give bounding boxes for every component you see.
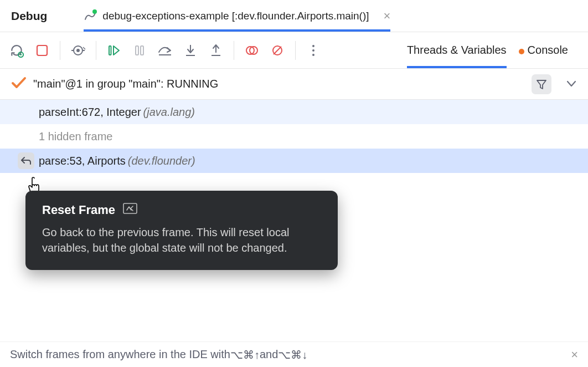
hidden-frames-row[interactable]: 1 hidden frame [0, 124, 588, 149]
hint-text-mid: and [260, 348, 278, 361]
tooltip-title: Reset Frame [42, 203, 115, 217]
filter-button[interactable] [532, 74, 551, 94]
more-actions-button[interactable] [306, 43, 321, 58]
svg-rect-3 [37, 45, 47, 55]
tab-console[interactable]: Console [519, 32, 568, 68]
reset-frame-button[interactable] [18, 152, 34, 169]
thread-label[interactable]: "main"@1 in group "main": RUNNING [33, 78, 218, 90]
reset-frame-action-icon [123, 203, 137, 217]
thread-selector-row: "main"@1 in group "main": RUNNING [0, 69, 588, 100]
tab-threads-label: Threads & Variables [407, 44, 507, 57]
show-execution-point-icon[interactable] [70, 43, 86, 58]
view-breakpoints-button[interactable] [244, 43, 260, 58]
run-config-icon [84, 9, 97, 23]
tab-console-label: Console [528, 44, 568, 57]
debug-toolbar: Threads & Variables Console [0, 32, 588, 69]
hint-shortcut-down: ⌥⌘↓ [278, 348, 307, 361]
debug-title: Debug [11, 9, 47, 23]
hint-shortcut-up: ⌥⌘↑ [230, 348, 260, 361]
tooltip-body: Go back to the previous frame. This will… [42, 225, 321, 256]
tab-threads-variables[interactable]: Threads & Variables [407, 32, 507, 68]
svg-point-19 [312, 45, 314, 47]
stop-button[interactable] [34, 43, 50, 58]
frame-package: (java.lang) [143, 106, 195, 119]
svg-line-18 [274, 47, 281, 54]
frame-method: parse:53, Airports [39, 155, 126, 167]
svg-rect-7 [109, 46, 111, 55]
frame-method: parseInt:672, Integer [39, 106, 141, 119]
svg-rect-9 [141, 46, 143, 55]
expand-thread-icon[interactable] [566, 78, 577, 90]
close-tab-icon[interactable]: × [384, 9, 391, 23]
svg-point-21 [312, 54, 314, 56]
svg-point-2 [20, 54, 22, 55]
step-into-button[interactable] [183, 43, 198, 58]
svg-point-5 [76, 49, 80, 52]
resume-button[interactable] [106, 43, 122, 58]
reset-frame-tooltip: Reset Frame Go back to the previous fram… [25, 191, 338, 270]
svg-point-0 [92, 9, 97, 14]
rerun-button[interactable] [9, 43, 24, 58]
thread-running-icon [11, 77, 27, 91]
hint-text-prefix: Switch frames from anywhere in the IDE w… [10, 348, 230, 361]
frames-list: parseInt:672, Integer (java.lang) 1 hidd… [0, 100, 588, 173]
run-config-label: debug-exceptions-example [:dev.flounder.… [102, 10, 369, 22]
svg-point-20 [312, 49, 314, 52]
console-indicator-dot [519, 49, 524, 54]
run-config-tab[interactable]: debug-exceptions-example [:dev.flounder.… [84, 0, 390, 32]
frame-package: (dev.flounder) [128, 155, 195, 167]
stack-frame-selected[interactable]: parse:53, Airports (dev.flounder) [0, 149, 588, 173]
step-out-button[interactable] [208, 43, 224, 58]
hidden-frames-label: 1 hidden frame [39, 130, 112, 143]
hint-close-icon[interactable]: × [571, 348, 578, 362]
debug-header: Debug debug-exceptions-example [:dev.flo… [0, 0, 588, 32]
bottom-hint-bar: Switch frames from anywhere in the IDE w… [0, 341, 588, 367]
svg-line-6 [83, 47, 85, 49]
mute-breakpoints-button[interactable] [270, 43, 285, 58]
pause-button[interactable] [132, 43, 147, 58]
svg-rect-8 [136, 46, 138, 55]
stack-frame[interactable]: parseInt:672, Integer (java.lang) [0, 100, 588, 124]
step-over-button[interactable] [157, 43, 173, 58]
